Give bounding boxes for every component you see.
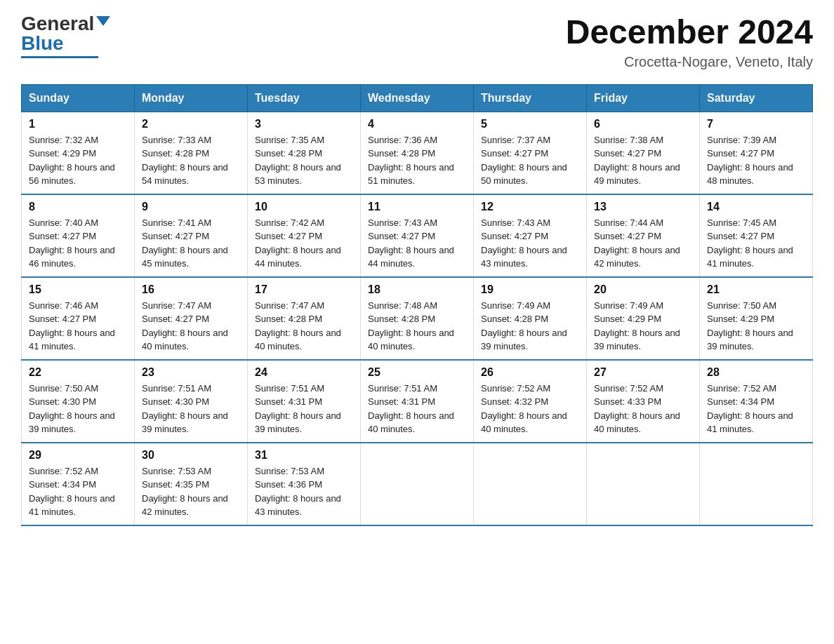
calendar-cell: 21 Sunrise: 7:50 AMSunset: 4:29 PMDaylig… [700,277,813,360]
header-monday: Monday [135,84,248,112]
location-subtitle: Crocetta-Nogare, Veneto, Italy [566,54,813,70]
logo-triangle-icon [96,16,110,26]
calendar-week-row: 1 Sunrise: 7:32 AMSunset: 4:29 PMDayligh… [22,112,813,194]
calendar-cell: 1 Sunrise: 7:32 AMSunset: 4:29 PMDayligh… [22,112,135,194]
day-info: Sunrise: 7:43 AMSunset: 4:27 PMDaylight:… [368,217,454,269]
calendar-cell: 29 Sunrise: 7:52 AMSunset: 4:34 PMDaylig… [22,443,135,525]
calendar-cell: 16 Sunrise: 7:47 AMSunset: 4:27 PMDaylig… [135,277,248,360]
calendar-cell: 11 Sunrise: 7:43 AMSunset: 4:27 PMDaylig… [361,194,474,277]
day-info: Sunrise: 7:37 AMSunset: 4:27 PMDaylight:… [481,135,567,187]
calendar-cell: 9 Sunrise: 7:41 AMSunset: 4:27 PMDayligh… [135,194,248,277]
calendar-cell: 28 Sunrise: 7:52 AMSunset: 4:34 PMDaylig… [700,360,813,443]
calendar-week-row: 22 Sunrise: 7:50 AMSunset: 4:30 PMDaylig… [22,360,813,443]
calendar-cell: 31 Sunrise: 7:53 AMSunset: 4:36 PMDaylig… [248,443,361,525]
day-info: Sunrise: 7:45 AMSunset: 4:27 PMDaylight:… [707,217,793,269]
day-info: Sunrise: 7:46 AMSunset: 4:27 PMDaylight:… [29,300,115,352]
calendar-cell: 7 Sunrise: 7:39 AMSunset: 4:27 PMDayligh… [700,112,813,194]
day-number: 30 [142,449,240,462]
day-number: 11 [368,201,466,213]
day-info: Sunrise: 7:49 AMSunset: 4:29 PMDaylight:… [594,300,680,352]
day-number: 2 [142,118,240,130]
day-number: 27 [594,366,692,379]
day-number: 23 [142,366,240,379]
calendar-cell [587,443,700,525]
day-info: Sunrise: 7:41 AMSunset: 4:27 PMDaylight:… [142,217,228,269]
calendar-cell: 19 Sunrise: 7:49 AMSunset: 4:28 PMDaylig… [474,277,587,360]
day-info: Sunrise: 7:52 AMSunset: 4:34 PMDaylight:… [29,466,115,518]
day-info: Sunrise: 7:49 AMSunset: 4:28 PMDaylight:… [481,300,567,352]
calendar-cell: 10 Sunrise: 7:42 AMSunset: 4:27 PMDaylig… [248,194,361,277]
day-number: 26 [481,366,579,379]
calendar-cell [361,443,474,525]
calendar-cell: 17 Sunrise: 7:47 AMSunset: 4:28 PMDaylig… [248,277,361,360]
day-number: 25 [368,366,466,379]
day-number: 31 [255,449,353,462]
calendar-cell: 22 Sunrise: 7:50 AMSunset: 4:30 PMDaylig… [22,360,135,443]
calendar-cell: 27 Sunrise: 7:52 AMSunset: 4:33 PMDaylig… [587,360,700,443]
day-info: Sunrise: 7:52 AMSunset: 4:33 PMDaylight:… [594,383,680,435]
day-info: Sunrise: 7:53 AMSunset: 4:36 PMDaylight:… [255,466,341,518]
calendar-cell [474,443,587,525]
day-number: 13 [594,201,692,213]
calendar-cell: 2 Sunrise: 7:33 AMSunset: 4:28 PMDayligh… [135,112,248,194]
day-info: Sunrise: 7:47 AMSunset: 4:28 PMDaylight:… [255,300,341,352]
day-number: 7 [707,118,805,130]
calendar-cell: 25 Sunrise: 7:51 AMSunset: 4:31 PMDaylig… [361,360,474,443]
month-title: December 2024 [566,14,813,51]
day-info: Sunrise: 7:44 AMSunset: 4:27 PMDaylight:… [594,217,680,269]
day-number: 6 [594,118,692,130]
header-friday: Friday [587,84,700,112]
day-info: Sunrise: 7:38 AMSunset: 4:27 PMDaylight:… [594,135,680,187]
calendar-cell: 20 Sunrise: 7:49 AMSunset: 4:29 PMDaylig… [587,277,700,360]
day-number: 10 [255,201,353,213]
logo-underline [21,56,98,58]
day-number: 24 [255,366,353,379]
calendar-cell: 13 Sunrise: 7:44 AMSunset: 4:27 PMDaylig… [587,194,700,277]
day-number: 16 [142,283,240,296]
calendar-week-row: 29 Sunrise: 7:52 AMSunset: 4:34 PMDaylig… [22,443,813,525]
calendar-cell: 3 Sunrise: 7:35 AMSunset: 4:28 PMDayligh… [248,112,361,194]
header-thursday: Thursday [474,84,587,112]
day-number: 5 [481,118,579,130]
day-number: 4 [368,118,466,130]
day-info: Sunrise: 7:50 AMSunset: 4:29 PMDaylight:… [707,300,793,352]
day-info: Sunrise: 7:35 AMSunset: 4:28 PMDaylight:… [255,135,341,187]
day-number: 18 [368,283,466,296]
calendar-cell: 14 Sunrise: 7:45 AMSunset: 4:27 PMDaylig… [700,194,813,277]
day-info: Sunrise: 7:48 AMSunset: 4:28 PMDaylight:… [368,300,454,352]
calendar-cell: 26 Sunrise: 7:52 AMSunset: 4:32 PMDaylig… [474,360,587,443]
calendar-table: SundayMondayTuesdayWednesdayThursdayFrid… [21,84,813,526]
day-number: 14 [707,201,805,213]
calendar-cell: 4 Sunrise: 7:36 AMSunset: 4:28 PMDayligh… [361,112,474,194]
page-header: General Blue December 2024 Crocetta-Noga… [21,14,813,70]
day-number: 8 [29,201,127,213]
calendar-cell: 23 Sunrise: 7:51 AMSunset: 4:30 PMDaylig… [135,360,248,443]
day-number: 3 [255,118,353,130]
day-info: Sunrise: 7:42 AMSunset: 4:27 PMDaylight:… [255,217,341,269]
calendar-week-row: 15 Sunrise: 7:46 AMSunset: 4:27 PMDaylig… [22,277,813,360]
calendar-cell: 15 Sunrise: 7:46 AMSunset: 4:27 PMDaylig… [22,277,135,360]
day-number: 29 [29,449,127,462]
day-number: 22 [29,366,127,379]
day-number: 1 [29,118,127,130]
day-number: 21 [707,283,805,296]
day-info: Sunrise: 7:51 AMSunset: 4:30 PMDaylight:… [142,383,228,435]
day-info: Sunrise: 7:36 AMSunset: 4:28 PMDaylight:… [368,135,454,187]
day-number: 15 [29,283,127,296]
calendar-cell: 8 Sunrise: 7:40 AMSunset: 4:27 PMDayligh… [22,194,135,277]
day-info: Sunrise: 7:51 AMSunset: 4:31 PMDaylight:… [255,383,341,435]
calendar-cell: 6 Sunrise: 7:38 AMSunset: 4:27 PMDayligh… [587,112,700,194]
calendar-cell: 5 Sunrise: 7:37 AMSunset: 4:27 PMDayligh… [474,112,587,194]
calendar-week-row: 8 Sunrise: 7:40 AMSunset: 4:27 PMDayligh… [22,194,813,277]
header-saturday: Saturday [700,84,813,112]
day-number: 19 [481,283,579,296]
day-info: Sunrise: 7:52 AMSunset: 4:34 PMDaylight:… [707,383,793,435]
day-info: Sunrise: 7:47 AMSunset: 4:27 PMDaylight:… [142,300,228,352]
day-number: 17 [255,283,353,296]
day-info: Sunrise: 7:43 AMSunset: 4:27 PMDaylight:… [481,217,567,269]
header-tuesday: Tuesday [248,84,361,112]
day-info: Sunrise: 7:53 AMSunset: 4:35 PMDaylight:… [142,466,228,518]
day-number: 28 [707,366,805,379]
day-info: Sunrise: 7:33 AMSunset: 4:28 PMDaylight:… [142,135,228,187]
logo-general-text: General [21,14,94,34]
